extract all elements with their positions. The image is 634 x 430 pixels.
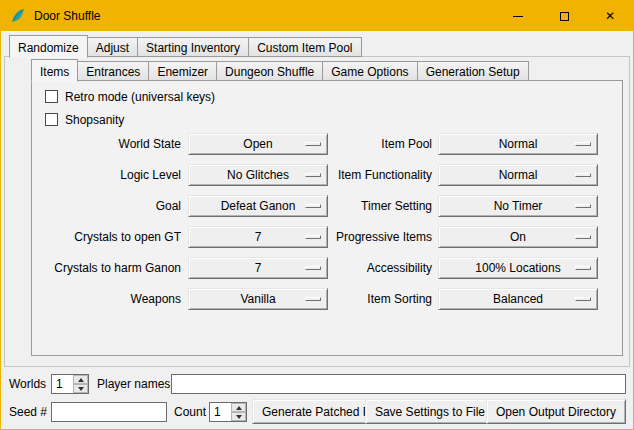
player-names-label: Player names (97, 373, 170, 395)
timer-setting-value: No Timer (494, 199, 543, 213)
accessibility-value: 100% Locations (475, 261, 560, 275)
seed-row: Seed # Count 1 Generate Patched Rom Save… (9, 399, 626, 425)
retro-mode-row: Retro mode (universal keys) (45, 89, 215, 104)
app-window: Door Shuffle ✕ Randomize Adjust Starting… (0, 0, 634, 430)
worlds-value: 1 (52, 375, 73, 393)
close-icon: ✕ (605, 10, 615, 22)
worlds-label: Worlds (9, 373, 46, 395)
save-settings-button[interactable]: Save Settings to File (365, 399, 495, 424)
minimize-icon (513, 16, 523, 17)
dropdown-indicator-icon (575, 204, 591, 208)
progressive-items-value: On (510, 230, 526, 244)
window-controls: ✕ (495, 1, 633, 31)
tab-dungeon-shuffle[interactable]: Dungeon Shuffle (216, 61, 323, 81)
dropdown-indicator-icon (575, 142, 591, 146)
player-names-input[interactable] (171, 374, 626, 394)
count-value: 1 (210, 403, 231, 421)
count-spin-down-button[interactable] (231, 412, 246, 421)
weapons-value: Vanilla (240, 292, 275, 306)
arrow-up-icon (78, 378, 84, 382)
maximize-icon (560, 12, 569, 21)
progressive-items-select[interactable]: On (438, 226, 598, 248)
arrow-up-icon (236, 406, 242, 410)
worlds-spin-arrows (73, 375, 88, 393)
accessibility-label: Accessibility (296, 257, 432, 279)
tab-randomize[interactable]: Randomize (9, 35, 88, 58)
field-row: Crystals to harm Ganon 7 Accessibility 1… (1, 257, 633, 279)
tab-starting-inventory[interactable]: Starting Inventory (137, 37, 249, 57)
item-sorting-value: Balanced (493, 292, 543, 306)
field-row: Crystals to open GT 7 Progressive Items … (1, 226, 633, 248)
item-functionality-value: Normal (499, 168, 538, 182)
window-title: Door Shuffle (34, 9, 101, 23)
count-label: Count (174, 399, 206, 425)
tab-items[interactable]: Items (31, 59, 78, 82)
shopsanity-checkbox[interactable] (45, 113, 58, 126)
count-spin-arrows (231, 403, 246, 421)
shopsanity-row: Shopsanity (45, 112, 124, 127)
item-sorting-label: Item Sorting (296, 288, 432, 310)
item-pool-label: Item Pool (296, 133, 432, 155)
titlebar[interactable]: Door Shuffle ✕ (1, 1, 633, 31)
tab-custom-item-pool[interactable]: Custom Item Pool (248, 37, 361, 57)
minimize-button[interactable] (495, 1, 541, 31)
crystals-gt-value: 7 (255, 230, 262, 244)
tab-enemizer[interactable]: Enemizer (148, 61, 217, 81)
tab-generation-setup[interactable]: Generation Setup (417, 61, 529, 81)
item-functionality-select[interactable]: Normal (438, 164, 598, 186)
crystals-ganon-label: Crystals to harm Ganon (31, 257, 181, 279)
timer-setting-label: Timer Setting (296, 195, 432, 217)
goal-value: Defeat Ganon (221, 199, 296, 213)
arrow-down-icon (78, 387, 84, 391)
field-row: Logic Level No Glitches Item Functionali… (1, 164, 633, 186)
open-output-directory-button[interactable]: Open Output Directory (486, 399, 626, 424)
dropdown-indicator-icon (575, 297, 591, 301)
item-pool-value: Normal (499, 137, 538, 151)
retro-mode-label: Retro mode (universal keys) (65, 90, 215, 104)
field-row: Weapons Vanilla Item Sorting Balanced (1, 288, 633, 310)
count-spinner[interactable]: 1 (209, 402, 247, 422)
seed-label: Seed # (9, 399, 47, 425)
dropdown-indicator-icon (575, 235, 591, 239)
world-state-value: Open (243, 137, 272, 151)
tab-adjust[interactable]: Adjust (87, 37, 138, 57)
tab-entrances[interactable]: Entrances (77, 61, 149, 81)
arrow-down-icon (236, 415, 242, 419)
maximize-button[interactable] (541, 1, 587, 31)
secondary-tabbar: Items Entrances Enemizer Dungeon Shuffle… (31, 58, 528, 81)
item-sorting-select[interactable]: Balanced (438, 288, 598, 310)
worlds-spin-up-button[interactable] (73, 375, 88, 384)
shopsanity-label: Shopsanity (65, 113, 124, 127)
worlds-row: Worlds 1 Player names (9, 373, 626, 395)
timer-setting-select[interactable]: No Timer (438, 195, 598, 217)
worlds-spin-down-button[interactable] (73, 384, 88, 393)
weapons-label: Weapons (31, 288, 181, 310)
seed-input[interactable] (51, 402, 167, 422)
accessibility-select[interactable]: 100% Locations (438, 257, 598, 279)
field-row: World State Open Item Pool Normal (1, 133, 633, 155)
app-icon (10, 8, 26, 24)
dropdown-indicator-icon (575, 266, 591, 270)
count-spin-up-button[interactable] (231, 403, 246, 412)
field-row: Goal Defeat Ganon Timer Setting No Timer (1, 195, 633, 217)
retro-mode-checkbox[interactable] (45, 90, 58, 103)
crystals-ganon-value: 7 (255, 261, 262, 275)
tab-game-options[interactable]: Game Options (322, 61, 417, 81)
item-pool-select[interactable]: Normal (438, 133, 598, 155)
close-button[interactable]: ✕ (587, 1, 633, 31)
logic-level-label: Logic Level (31, 164, 181, 186)
crystals-gt-label: Crystals to open GT (31, 226, 181, 248)
goal-label: Goal (31, 195, 181, 217)
logic-level-value: No Glitches (227, 168, 289, 182)
world-state-label: World State (31, 133, 181, 155)
progressive-items-label: Progressive Items (296, 226, 432, 248)
primary-tabbar: Randomize Adjust Starting Inventory Cust… (9, 34, 361, 57)
dropdown-indicator-icon (575, 173, 591, 177)
worlds-spinner[interactable]: 1 (51, 374, 89, 394)
item-functionality-label: Item Functionality (296, 164, 432, 186)
